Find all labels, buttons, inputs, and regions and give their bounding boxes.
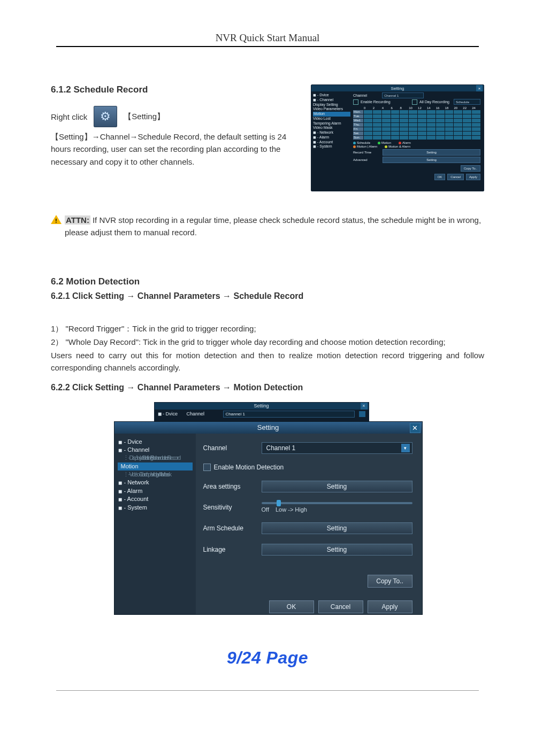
heading-6-2-1: 6.2.1 Click Setting → Channel Parameters… (51, 291, 484, 301)
slider-lowhigh-label: Low -> High (276, 506, 307, 513)
heading-6-1-2: 6.1.2 Schedule Record (51, 84, 299, 95)
arm-schedule-label: Arm Schedule (203, 524, 254, 532)
cancel-button[interactable]: Cancel (318, 600, 363, 613)
all-day-recording-checkbox[interactable]: All Day Recording (419, 100, 449, 104)
heading-6-2: 6.2 Motion Detection (51, 276, 484, 287)
close-icon[interactable]: ✕ (410, 423, 421, 433)
nav-tree[interactable]: ◼- Dvice◼- Channel⋮··Display Setting⋮··V… (114, 434, 196, 614)
para-621-2: 2） "Whole Day Record": Tick in the grid … (51, 336, 484, 348)
screenshot-motion-detection: Setting ✕ ◼- Dvice◼- Channel⋮··Display S… (114, 421, 423, 615)
setting-bracket: 【Setting】 (124, 112, 165, 122)
area-settings-button[interactable]: Setting (262, 481, 412, 492)
record-time-label: Record Time (353, 151, 383, 154)
enable-motion-checkbox[interactable] (203, 464, 211, 471)
attn-text: ATTN:If NVR stop recording in a regular … (65, 214, 484, 239)
area-settings-label: Area settings (203, 483, 254, 490)
advanced-label: Advanced (353, 158, 383, 161)
channel-select[interactable]: Channel 1 ▾ (262, 442, 412, 454)
enable-recording-checkbox[interactable]: Enable Recording (361, 100, 391, 104)
record-time-setting-button[interactable]: Setting (383, 149, 480, 156)
ok-button[interactable]: OK (269, 600, 314, 613)
schedule-select[interactable]: Schedule (454, 99, 480, 105)
page-number: 9/24 Page (51, 648, 484, 668)
dialog-title: Setting (391, 86, 404, 91)
cancel-button[interactable]: Cancel (447, 174, 464, 180)
apply-button[interactable]: Apply (466, 174, 480, 180)
footer-rule (56, 690, 479, 691)
advanced-setting-button[interactable]: Setting (383, 157, 480, 163)
chevron-down-icon[interactable]: ▾ (401, 444, 410, 452)
heading-6-2-2: 6.2.2 Click Setting → Channel Parameters… (51, 383, 484, 392)
channel-label: Channel (353, 94, 380, 97)
para-6-1-2: 【Setting】→Channel→Schedule Record, the d… (51, 130, 299, 168)
copy-to-button[interactable]: Copy To.. (368, 575, 412, 588)
nav-tree[interactable]: ◼ - Dvice◼ - Channel Display Setting Vid… (311, 91, 352, 191)
para-621-1: 1） "Record Trigger"：Tick in the grid to … (51, 322, 484, 335)
enable-motion-label: Enable Motion Detection (214, 464, 284, 471)
close-icon[interactable]: × (361, 403, 368, 410)
close-icon[interactable]: × (476, 85, 483, 91)
arm-schedule-button[interactable]: Setting (262, 522, 412, 534)
channel-label: Channel (203, 444, 254, 452)
para-621-3: Users need to carry out this for motion … (51, 349, 484, 374)
dialog-title: Setting (257, 423, 279, 431)
slider-off-label: Off (262, 506, 269, 513)
warning-icon (51, 215, 62, 224)
ok-button[interactable]: OK (434, 174, 446, 180)
dropdown-icon[interactable] (359, 411, 365, 417)
legend: ScheduleMotionAlarmMotion | AlarmMotion … (353, 141, 480, 148)
screenshot-schedule-record: Setting × ◼ - Dvice◼ - Channel Display S… (311, 84, 484, 191)
apply-button[interactable]: Apply (368, 600, 412, 613)
channel-select[interactable]: Channel 1 (382, 92, 424, 98)
schedule-grid[interactable]: 024681012141618202224Mon.Tue.Wed.Thu.Fri… (353, 106, 480, 140)
sensitivity-label: Sensitivity (203, 504, 254, 511)
page-header: NVR Quick Start Manual (56, 32, 479, 47)
copy-to-button[interactable]: Copy To.. (461, 165, 480, 172)
linkage-button[interactable]: Setting (262, 544, 412, 556)
sensitivity-slider[interactable] (262, 502, 412, 504)
right-click-label: Right click (51, 112, 87, 121)
gear-icon: ⚙ (94, 106, 117, 127)
linkage-label: Linkage (203, 546, 254, 553)
